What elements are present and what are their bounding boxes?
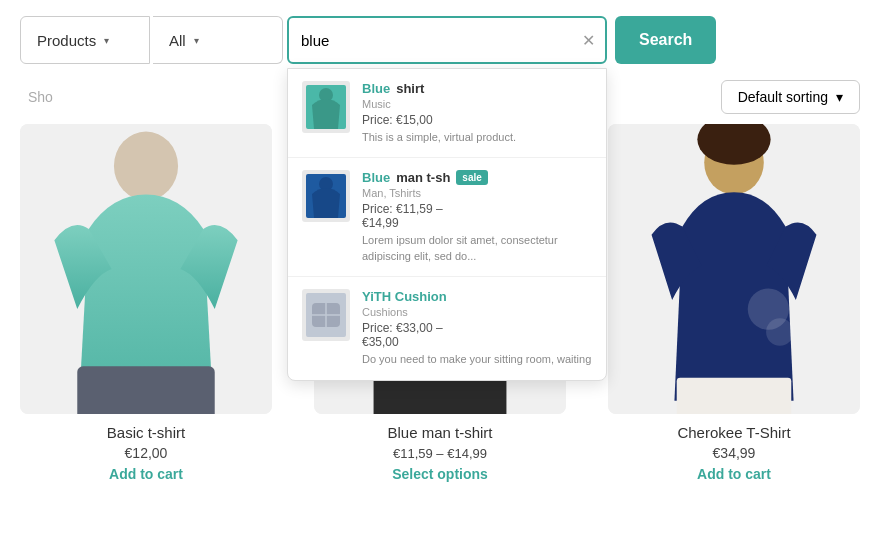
result-category-blue-shirt: Music [362, 98, 592, 110]
clear-search-button[interactable]: ✕ [572, 31, 605, 50]
sale-badge-blue-man: sale [456, 170, 487, 185]
result-desc-blue-shirt: This is a simple, virtual product. [362, 130, 592, 145]
svg-point-9 [114, 132, 178, 201]
products-label: Products [37, 32, 96, 49]
add-to-cart-cherokee[interactable]: Add to cart [608, 466, 860, 482]
search-input-box: ✕ [287, 16, 607, 64]
result-price-cushion: Price: €33,00 –€35,00 [362, 321, 592, 349]
result-title-prefix: Blue [362, 81, 390, 96]
product-name-cherokee: Cherokee T-Shirt [608, 424, 860, 441]
result-price-blue-man: Price: €11,59 –€14,99 [362, 202, 592, 230]
search-button-label: Search [639, 31, 692, 48]
result-title-prefix-2: Blue [362, 170, 390, 185]
product-img-basic-tshirt [20, 124, 272, 414]
top-bar: Products ▾ All ▾ ✕ [0, 0, 880, 80]
sorting-chevron-icon: ▾ [836, 89, 843, 105]
result-title-suffix-2: man t-sh [396, 170, 450, 185]
search-result-blue-man-tshirt[interactable]: Blue man t-sh sale Man, Tshirts Price: €… [288, 158, 606, 277]
all-chevron-icon: ▾ [194, 35, 199, 46]
search-result-blue-shirt[interactable]: Blue shirt Music Price: €15,00 This is a… [288, 69, 606, 158]
sorting-dropdown[interactable]: Default sorting ▾ [721, 80, 860, 114]
product-card-cherokee: Cherokee T-Shirt €34,99 Add to cart [608, 124, 860, 482]
result-price-blue-shirt: Price: €15,00 [362, 113, 592, 127]
result-thumb-blue-shirt [302, 81, 350, 133]
result-desc-cushion: Do you need to make your sitting room, w… [362, 352, 592, 367]
search-input[interactable] [289, 32, 572, 49]
result-title-blue-man: Blue man t-sh sale [362, 170, 592, 185]
result-thumb-cushion [302, 289, 350, 341]
show-label: Sho [20, 89, 53, 105]
svg-rect-10 [77, 366, 214, 414]
sorting-label: Default sorting [738, 89, 828, 105]
result-title-suffix: shirt [396, 81, 424, 96]
result-title-cushion-text: YiTH Cushion [362, 289, 447, 304]
search-wrapper: ✕ Blue shirt Music Pr [287, 16, 607, 64]
result-info-cushion: YiTH Cushion Cushions Price: €33,00 –€35… [362, 289, 592, 367]
result-title-cushion: YiTH Cushion [362, 289, 592, 304]
result-thumb-blue-man [302, 170, 350, 222]
search-result-cushion[interactable]: YiTH Cushion Cushions Price: €33,00 –€35… [288, 277, 606, 379]
result-info-blue-shirt: Blue shirt Music Price: €15,00 This is a… [362, 81, 592, 145]
product-name-blue-man: Blue man t-shirt [314, 424, 566, 441]
result-info-blue-man: Blue man t-sh sale Man, Tshirts Price: €… [362, 170, 592, 264]
all-dropdown[interactable]: All ▾ [153, 16, 283, 64]
result-title-blue-shirt: Blue shirt [362, 81, 592, 96]
svg-point-18 [766, 318, 793, 345]
product-price-basic-tshirt: €12,00 [20, 445, 272, 461]
svg-rect-19 [677, 378, 792, 414]
products-chevron-icon: ▾ [104, 35, 109, 46]
result-category-cushion: Cushions [362, 306, 592, 318]
search-button[interactable]: Search [615, 16, 716, 64]
product-name-basic-tshirt: Basic t-shirt [20, 424, 272, 441]
search-dropdown: Blue shirt Music Price: €15,00 This is a… [287, 68, 607, 381]
product-card-basic-tshirt: Basic t-shirt €12,00 Add to cart [20, 124, 272, 482]
product-img-cherokee [608, 124, 860, 414]
result-desc-blue-man: Lorem ipsum dolor sit amet, consectetur … [362, 233, 592, 264]
products-dropdown[interactable]: Products ▾ [20, 16, 150, 64]
clear-icon: ✕ [582, 32, 595, 49]
product-price-cherokee: €34,99 [608, 445, 860, 461]
select-options-blue-man[interactable]: Select options [314, 466, 566, 482]
add-to-cart-basic-tshirt[interactable]: Add to cart [20, 466, 272, 482]
result-category-blue-man: Man, Tshirts [362, 187, 592, 199]
all-label: All [169, 32, 186, 49]
product-price-blue-man: €11,59 – €14,99 [314, 445, 566, 461]
